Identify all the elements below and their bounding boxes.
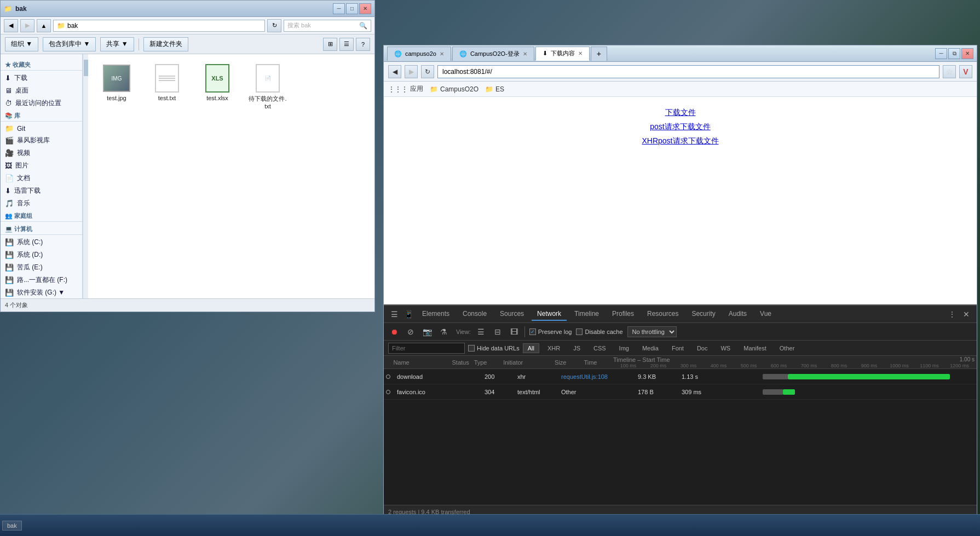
devtools-tab-security[interactable]: Security <box>686 308 720 321</box>
file-item-testtxt[interactable]: test.txt <box>145 61 189 112</box>
filter-doc[interactable]: Doc <box>692 343 713 353</box>
devtools-tab-timeline[interactable]: Timeline <box>569 308 604 321</box>
back-button[interactable]: ◀ <box>4 19 18 32</box>
network-filter-input[interactable] <box>388 343 465 354</box>
sidebar-item-d[interactable]: 💾 系统 (D:) <box>1 249 82 261</box>
close-button[interactable]: ✕ <box>359 3 371 14</box>
url-bar[interactable]: localhost:8081/#/ <box>437 65 939 78</box>
devtools-inspect-button[interactable]: ☰ <box>388 308 400 320</box>
tab-downloads[interactable]: ⬇ 下载内容 ✕ <box>535 47 590 61</box>
camera-button[interactable]: 📷 <box>421 326 433 338</box>
bookmark-apps[interactable]: ⋮⋮⋮ 应用 <box>388 84 423 94</box>
sidebar-item-recent[interactable]: ⏱ 最近访问的位置 <box>1 97 82 109</box>
initiator-link-download[interactable]: requestUtil.js:108 <box>561 373 608 380</box>
browser-minimize-button[interactable]: ─ <box>935 48 947 59</box>
filter-button[interactable]: ⚗ <box>437 326 449 338</box>
taskbar-label[interactable]: bak <box>2 521 22 531</box>
help-button[interactable]: ? <box>356 38 370 51</box>
disable-cache-checkbox[interactable] <box>576 328 583 335</box>
devtools-more-button[interactable]: ⋮ <box>946 308 958 320</box>
view-screenshots-button[interactable]: 🎞 <box>508 326 520 338</box>
sidebar-item-music[interactable]: 🎵 音乐 <box>1 197 82 210</box>
include-library-button[interactable]: 包含到库中 ▼ <box>43 37 96 51</box>
file-item-pending[interactable]: 📄 待下载的文件.txt <box>246 61 290 112</box>
sidebar-item-download[interactable]: ⬇ 下载 <box>1 72 82 84</box>
view-large-button[interactable]: ⊟ <box>492 326 504 338</box>
forward-button[interactable]: ▶ <box>20 19 34 32</box>
tab-close-campus2[interactable]: ✕ <box>523 51 527 57</box>
minimize-button[interactable]: ─ <box>333 3 345 14</box>
devtools-device-button[interactable]: 📱 <box>402 308 414 320</box>
browser-restore-button[interactable]: ⧉ <box>948 48 960 59</box>
bookmark-star-button[interactable]: ☆ <box>943 65 956 78</box>
throttle-select[interactable]: No throttling <box>627 326 677 337</box>
devtools-tab-profiles[interactable]: Profiles <box>607 308 639 321</box>
sidebar-item-xunlei[interactable]: ⬇ 迅雷下载 <box>1 185 82 197</box>
filter-other[interactable]: Other <box>775 343 800 353</box>
sidebar-item-e[interactable]: 💾 苦瓜 (E:) <box>1 261 82 274</box>
record-button[interactable]: ⏺ <box>388 326 400 338</box>
sidebar-item-git[interactable]: 📁 Git <box>1 123 82 134</box>
browser-back-button[interactable]: ◀ <box>388 65 401 78</box>
devtools-tab-network[interactable]: Network <box>532 308 567 321</box>
file-item-testjpg[interactable]: IMG test.jpg <box>95 61 139 112</box>
tab-campus1[interactable]: 🌐 campuso2o ✕ <box>387 47 451 61</box>
sidebar-item-media[interactable]: 🎬 暴风影视库 <box>1 134 82 147</box>
file-item-testxlsx[interactable]: XLS test.xlsx <box>195 61 239 112</box>
devtools-tab-console[interactable]: Console <box>457 308 492 321</box>
sidebar-item-pictures[interactable]: 🖼 图片 <box>1 159 82 172</box>
hide-data-urls-checkbox[interactable] <box>468 345 475 351</box>
browser-forward-button[interactable]: ▶ <box>405 65 418 78</box>
vivaldi-menu-button[interactable]: V <box>959 65 972 78</box>
sidebar-item-documents[interactable]: 📄 文档 <box>1 172 82 185</box>
clear-button[interactable]: ⊘ <box>405 326 417 338</box>
browser-refresh-button[interactable]: ↻ <box>421 65 434 78</box>
devtools-tab-elements[interactable]: Elements <box>417 308 455 321</box>
organize-button[interactable]: 组织 ▼ <box>5 37 38 51</box>
address-input[interactable]: 📁 bak <box>53 20 265 32</box>
tab-close-downloads[interactable]: ✕ <box>578 50 583 56</box>
share-button[interactable]: 共享 ▼ <box>100 37 134 51</box>
filter-js[interactable]: JS <box>568 343 585 353</box>
devtools-close-button[interactable]: ✕ <box>960 308 972 320</box>
filter-media[interactable]: Media <box>637 343 664 353</box>
sidebar-item-c[interactable]: 💾 系统 (C:) <box>1 236 82 249</box>
filter-font[interactable]: Font <box>667 343 689 353</box>
filter-ws[interactable]: WS <box>716 343 735 353</box>
filter-css[interactable]: CSS <box>589 343 611 353</box>
list-mode-button[interactable]: ☰ <box>339 38 354 51</box>
tab-label-campus2: CampusO2O-登录 <box>470 50 520 58</box>
maximize-button[interactable]: □ <box>346 3 358 14</box>
filter-xhr[interactable]: XHR <box>543 343 565 353</box>
sidebar-item-f[interactable]: 💾 路...一直都在 (F:) <box>1 274 82 286</box>
refresh-button[interactable]: ↻ <box>267 19 281 32</box>
new-tab-button[interactable]: + <box>591 47 607 61</box>
link-xhr-post-download[interactable]: XHRpost请求下载文件 <box>642 136 718 146</box>
devtools-tab-audits[interactable]: Audits <box>723 308 752 321</box>
devtools-tab-vue[interactable]: Vue <box>754 308 777 321</box>
table-row-favicon[interactable]: favicon.ico 304 text/html Other 178 B 30… <box>384 384 977 400</box>
new-folder-button[interactable]: 新建文件夹 <box>143 37 188 51</box>
filter-all[interactable]: All <box>523 343 539 353</box>
filter-img[interactable]: Img <box>614 343 634 353</box>
filter-manifest[interactable]: Manifest <box>739 343 771 353</box>
devtools-tab-sources[interactable]: Sources <box>494 308 529 321</box>
bookmark-campuso2o[interactable]: 📁 CampusO2O <box>430 85 479 93</box>
sidebar-scrollbar[interactable] <box>83 54 88 298</box>
preserve-log-checkbox[interactable] <box>529 328 536 335</box>
view-mode-button[interactable]: ⊞ <box>323 38 337 51</box>
devtools-tab-resources[interactable]: Resources <box>642 308 684 321</box>
sidebar-item-desktop[interactable]: 🖥 桌面 <box>1 84 82 97</box>
link-download[interactable]: 下载文件 <box>665 108 696 118</box>
link-post-download[interactable]: post请求下载文件 <box>650 122 710 132</box>
search-box[interactable]: 搜索 bak 🔍 <box>284 20 371 32</box>
up-button[interactable]: ▲ <box>37 19 51 32</box>
sidebar-item-g[interactable]: 💾 软件安装 (G:) ▼ <box>1 286 82 298</box>
browser-close-button[interactable]: ✕ <box>961 48 973 59</box>
sidebar-item-videos[interactable]: 🎥 视频 <box>1 147 82 159</box>
view-list-button[interactable]: ☰ <box>475 326 487 338</box>
bookmark-es[interactable]: 📁 ES <box>485 85 504 93</box>
table-row-download[interactable]: download 200 xhr requestUtil.js:108 9.3 … <box>384 369 977 384</box>
tab-campus2[interactable]: 🌐 CampusO2O-登录 ✕ <box>452 47 534 61</box>
tab-close-campus1[interactable]: ✕ <box>440 51 444 57</box>
